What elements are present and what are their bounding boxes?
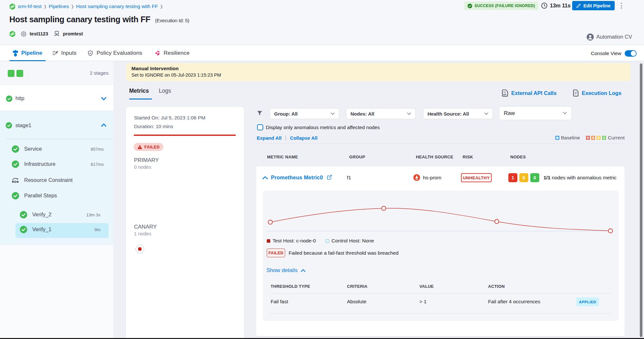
svg-text:API: API: [503, 93, 506, 96]
